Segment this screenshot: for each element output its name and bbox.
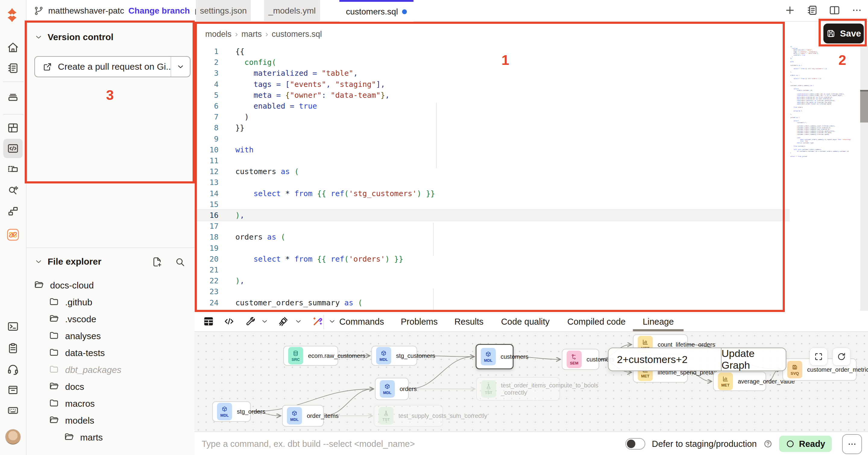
update-graph-button[interactable]: Update Graph: [721, 348, 786, 371]
code-line-1[interactable]: 1{{: [194, 46, 789, 57]
code-line-17[interactable]: 17: [194, 221, 789, 232]
lineage-node-customers_sem[interactable]: SEMcustomers: [562, 349, 599, 370]
status-badge[interactable]: Ready: [779, 436, 832, 452]
tab-problems[interactable]: Problems: [401, 312, 438, 331]
tree-item-data-tests[interactable]: data-tests: [49, 345, 105, 362]
ellipsis-icon[interactable]: [851, 4, 863, 17]
magic-wand-icon[interactable]: [311, 316, 323, 328]
save-button[interactable]: Save: [824, 24, 864, 44]
keyboard-icon[interactable]: [3, 401, 23, 420]
lineage-node-orders[interactable]: MDLorders: [375, 378, 409, 400]
help-icon[interactable]: [764, 439, 772, 448]
terminal-icon[interactable]: [3, 317, 23, 336]
chevron-down-icon[interactable]: [328, 317, 336, 326]
code-line-12[interactable]: 12customers as (: [194, 166, 789, 177]
flow-icon[interactable]: [3, 202, 23, 221]
tab-customers.sql[interactable]: customers.sql: [339, 0, 413, 22]
lineage-node-stg_orders[interactable]: MDLstg_orders: [212, 401, 251, 422]
scrollbar-thumb[interactable]: [860, 90, 868, 122]
code-line-15[interactable]: 15: [194, 199, 789, 210]
code-line-4[interactable]: 4 tags = ["events", "staging"],: [194, 79, 789, 90]
tab-code-quality[interactable]: Code quality: [501, 312, 550, 331]
lineage-node-customers_mdl[interactable]: MDLcustomers: [475, 344, 514, 369]
tree-item-docs-cloud[interactable]: docs-cloud: [34, 277, 94, 294]
chevron-down-icon[interactable]: [294, 317, 302, 326]
lineage-node-stg_customers[interactable]: MDLstg_customers: [371, 346, 417, 366]
tab-lineage[interactable]: Lineage: [643, 312, 674, 331]
code-line-11[interactable]: 11: [194, 155, 789, 166]
fullscreen-button[interactable]: [809, 348, 828, 366]
code-line-2[interactable]: 2 config(: [194, 57, 789, 68]
tree-item-analyses[interactable]: analyses: [49, 328, 101, 345]
code-editor-icon[interactable]: [3, 139, 23, 158]
tree-item-models[interactable]: models: [49, 412, 94, 429]
lineage-node-avg_order_value[interactable]: METaverage_order_value: [713, 372, 766, 391]
create-pr-button[interactable]: Create a pull request on Gi...: [34, 56, 190, 77]
dbt-logo-icon[interactable]: [4, 7, 21, 24]
stack-icon[interactable]: [3, 87, 23, 107]
code-line-5[interactable]: 5 meta = {"owner": "data-team"},: [194, 90, 789, 101]
minimap[interactable]: {{ config( materialized = "table", tags …: [790, 44, 860, 157]
change-branch-link[interactable]: Change branch: [128, 6, 190, 16]
file-explorer-header[interactable]: File explorer: [34, 256, 101, 267]
split-icon[interactable]: [829, 4, 840, 17]
breadcrumb-segment[interactable]: models: [205, 30, 231, 39]
code-line-3[interactable]: 3 materialized = "table",: [194, 67, 789, 79]
code-line-8[interactable]: 8}}: [194, 122, 789, 133]
tree-item-macros[interactable]: macros: [49, 395, 95, 412]
code-line-14[interactable]: 14 select * from {{ ref('stg_customers')…: [194, 188, 789, 199]
tree-item-dbt_packages[interactable]: dbt_packages: [49, 362, 121, 378]
wrench-icon[interactable]: [244, 316, 255, 328]
lineage-node-tst_compute[interactable]: TSTtest_order_items_compute_to_bools _co…: [476, 377, 560, 401]
defer-toggle[interactable]: [625, 438, 645, 450]
code-line-22[interactable]: 22),: [194, 275, 789, 286]
code-line-9[interactable]: 9: [194, 133, 789, 144]
headset-icon[interactable]: [3, 360, 23, 379]
code-line-7[interactable]: 7 ): [194, 111, 789, 122]
frame-icon[interactable]: [3, 159, 23, 179]
tab-results[interactable]: Results: [455, 312, 484, 331]
tab-commands[interactable]: Commands: [339, 312, 384, 331]
code-line-13[interactable]: 13: [194, 177, 789, 188]
pr-dropdown-caret[interactable]: [170, 57, 190, 77]
tree-item-.github[interactable]: .github: [49, 294, 92, 311]
tab-compiled-code[interactable]: Compiled code: [567, 312, 625, 331]
code-line-19[interactable]: 19: [194, 243, 789, 254]
code-line-18[interactable]: 18orders as (: [194, 231, 789, 243]
refresh-graph-button[interactable]: [832, 348, 850, 366]
editor-scrollbar[interactable]: [860, 45, 868, 311]
lineage-node-tst_supply[interactable]: TSTtest_supply_costs_sum_correctly: [374, 405, 443, 427]
grid-icon[interactable]: [3, 118, 23, 138]
tab-_models.yml[interactable]: _models.yml: [264, 0, 320, 22]
clipboard-icon[interactable]: [3, 339, 23, 358]
code-icon[interactable]: [223, 316, 235, 328]
code-line-16[interactable]: 16),: [194, 210, 789, 221]
version-control-header[interactable]: Version control: [34, 32, 113, 42]
lineage-graph[interactable]: SRCecom.raw_customersMDLstg_customersMDL…: [194, 332, 868, 431]
user-avatar[interactable]: [3, 427, 23, 447]
code-line-24[interactable]: 24customer_orders_summary as (: [194, 297, 789, 308]
breadcrumb-segment[interactable]: marts: [241, 30, 262, 39]
code-line-6[interactable]: 6 enabled = true: [194, 101, 789, 112]
lineage-node-order_items[interactable]: MDLorder_items: [282, 405, 324, 427]
plus-icon[interactable]: [784, 4, 796, 17]
code-line-23[interactable]: 23: [194, 286, 789, 297]
more-options-button[interactable]: [842, 434, 862, 454]
command-input[interactable]: Type a command, ex. dbt build --select <…: [202, 432, 415, 455]
search-sparkle-icon[interactable]: [3, 180, 23, 200]
home-icon[interactable]: [3, 38, 23, 57]
lineage-selector-input[interactable]: 2+customers+2: [609, 348, 721, 371]
broom-icon[interactable]: [278, 316, 289, 328]
code-line-10[interactable]: 10with: [194, 144, 789, 155]
search-icon[interactable]: [175, 256, 185, 267]
tree-item-.vscode[interactable]: .vscode: [49, 311, 96, 328]
code-line-21[interactable]: 21: [194, 264, 789, 276]
tree-item-docs[interactable]: docs: [49, 378, 84, 395]
drawer-icon[interactable]: [3, 380, 23, 399]
journal-icon[interactable]: [807, 4, 818, 17]
chevron-down-icon[interactable]: [261, 317, 269, 326]
tree-item-marts[interactable]: marts: [64, 429, 103, 446]
tab-settings.json[interactable]: settings.json: [196, 0, 251, 22]
breadcrumb-segment[interactable]: customers.sql: [272, 30, 322, 39]
dbt-atom-icon[interactable]: [3, 225, 23, 245]
